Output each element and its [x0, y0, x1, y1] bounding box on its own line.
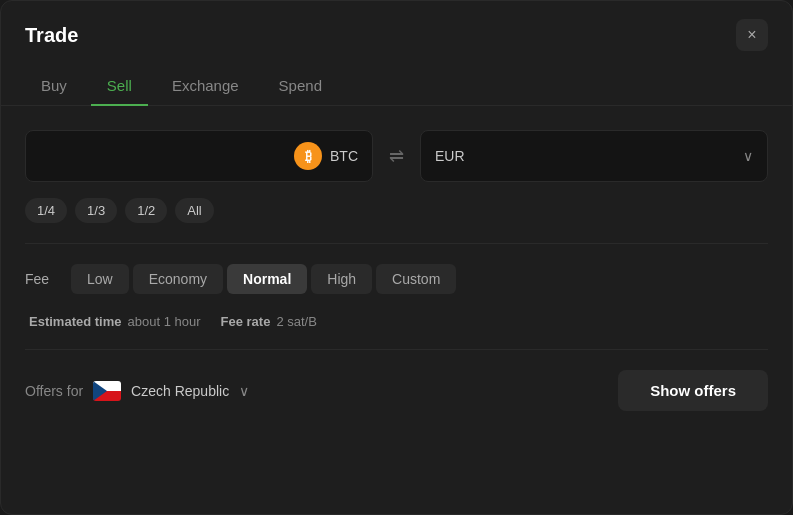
- from-currency-input-container: ₿ BTC: [25, 130, 373, 182]
- fee-btn-custom[interactable]: Custom: [376, 264, 456, 294]
- tab-sell[interactable]: Sell: [91, 67, 148, 106]
- fee-estimated-time: Estimated time about 1 hour: [29, 314, 201, 329]
- offers-row: Offers for Czech Republic ∨ Show offers: [25, 370, 768, 411]
- fee-label: Fee: [25, 271, 55, 287]
- fee-rate-value: 2 sat/B: [276, 314, 316, 329]
- from-amount-input[interactable]: [40, 148, 286, 165]
- czech-republic-flag: [93, 381, 121, 401]
- trade-modal: Trade × Buy Sell Exchange Spend ₿ BTC ⇌ …: [0, 0, 793, 515]
- fee-btn-high[interactable]: High: [311, 264, 372, 294]
- offers-left: Offers for Czech Republic ∨: [25, 381, 249, 401]
- country-chevron-icon[interactable]: ∨: [239, 383, 249, 399]
- modal-title: Trade: [25, 24, 78, 47]
- btc-icon-char: ₿: [305, 148, 312, 164]
- fee-rate: Fee rate 2 sat/B: [221, 314, 317, 329]
- tab-bar: Buy Sell Exchange Spend: [1, 67, 792, 106]
- tab-exchange[interactable]: Exchange: [156, 67, 255, 106]
- fraction-btn-half[interactable]: 1/2: [125, 198, 167, 223]
- divider-1: [25, 243, 768, 244]
- fraction-btn-all[interactable]: All: [175, 198, 213, 223]
- tab-spend[interactable]: Spend: [263, 67, 338, 106]
- tab-buy[interactable]: Buy: [25, 67, 83, 106]
- estimated-time-value: about 1 hour: [127, 314, 200, 329]
- from-currency-label: BTC: [330, 148, 358, 164]
- fee-options: Low Economy Normal High Custom: [71, 264, 456, 294]
- fraction-btn-third[interactable]: 1/3: [75, 198, 117, 223]
- divider-2: [25, 349, 768, 350]
- fee-info: Estimated time about 1 hour Fee rate 2 s…: [25, 306, 768, 337]
- modal-header: Trade ×: [1, 1, 792, 67]
- fee-row: Fee Low Economy Normal High Custom: [25, 264, 768, 294]
- btc-icon: ₿: [294, 142, 322, 170]
- currency-row: ₿ BTC ⇌ EUR ∨: [25, 130, 768, 182]
- close-button[interactable]: ×: [736, 19, 768, 51]
- fraction-btn-quarter[interactable]: 1/4: [25, 198, 67, 223]
- fee-rate-label: Fee rate: [221, 314, 271, 329]
- fee-btn-normal[interactable]: Normal: [227, 264, 307, 294]
- chevron-down-icon: ∨: [743, 148, 753, 164]
- country-name: Czech Republic: [131, 383, 229, 399]
- fee-btn-low[interactable]: Low: [71, 264, 129, 294]
- estimated-time-label: Estimated time: [29, 314, 121, 329]
- to-currency-label: EUR: [435, 148, 465, 164]
- show-offers-button[interactable]: Show offers: [618, 370, 768, 411]
- modal-body: ₿ BTC ⇌ EUR ∨ 1/4 1/3 1/2 All Fee Low Ec…: [1, 106, 792, 435]
- offers-for-label: Offers for: [25, 383, 83, 399]
- swap-icon[interactable]: ⇌: [389, 145, 404, 167]
- to-currency-select[interactable]: EUR ∨: [420, 130, 768, 182]
- fee-btn-economy[interactable]: Economy: [133, 264, 223, 294]
- fraction-row: 1/4 1/3 1/2 All: [25, 198, 768, 223]
